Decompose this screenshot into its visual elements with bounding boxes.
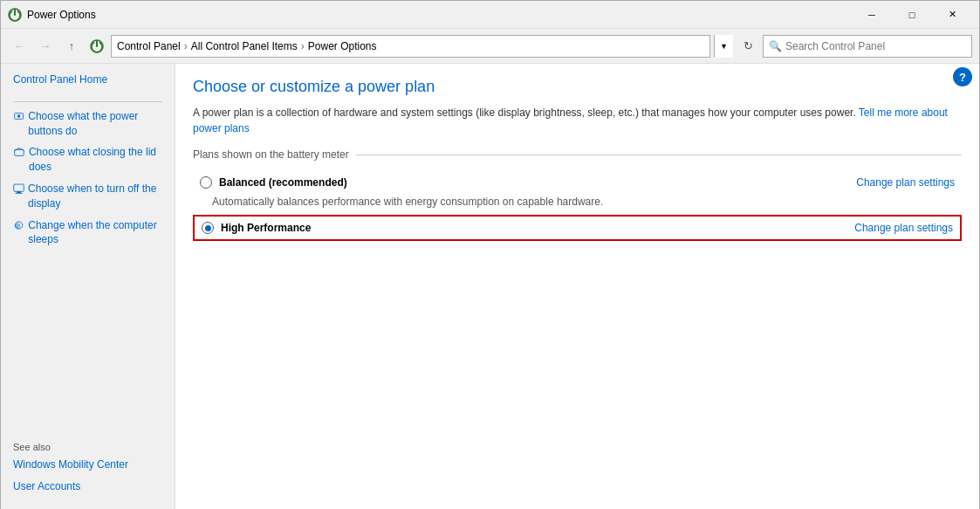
close-button[interactable]: ✕: [932, 1, 972, 29]
plan-row-balanced[interactable]: Balanced (recommended) Change plan setti…: [193, 171, 962, 194]
help-button[interactable]: ?: [953, 67, 972, 86]
window: Power Options ─ □ ✕ ← → ↑ Control Panel …: [0, 0, 980, 509]
plan-high-performance-name: High Performance: [221, 222, 311, 234]
sidebar-divider-top: [13, 101, 162, 102]
title-bar: Power Options ─ □ ✕: [1, 1, 979, 29]
sidebar-user-accounts[interactable]: User Accounts: [13, 479, 162, 494]
title-bar-controls: ─ □ ✕: [852, 1, 972, 29]
content-area: Choose or customize a power plan A power…: [175, 64, 979, 509]
section-header-line: [356, 155, 962, 155]
plan-item-balanced: Balanced (recommended) Change plan setti…: [193, 171, 962, 208]
plan-row-high-performance-left: High Performance: [202, 222, 311, 234]
svg-rect-7: [15, 193, 22, 194]
breadcrumb-power-options[interactable]: Power Options: [308, 40, 377, 52]
forward-button[interactable]: →: [34, 35, 57, 58]
page-title: Choose or customize a power plan: [193, 78, 962, 96]
plan-row-balanced-left: Balanced (recommended): [200, 176, 347, 189]
plan-balanced-name: Balanced (recommended): [219, 176, 347, 189]
sidebar-mobility-center[interactable]: Windows Mobility Center: [13, 457, 162, 472]
svg-point-3: [17, 114, 20, 117]
radio-high-performance[interactable]: [202, 222, 214, 234]
main-layout: Control Panel Home Choose what the power…: [1, 64, 979, 509]
title-bar-left: Power Options: [8, 8, 96, 22]
window-title: Power Options: [27, 9, 96, 21]
svg-rect-5: [14, 184, 24, 191]
sidebar: Control Panel Home Choose what the power…: [1, 64, 175, 509]
search-input[interactable]: [785, 40, 966, 52]
path-separator-2: ›: [301, 40, 305, 52]
radio-high-performance-fill: [205, 225, 211, 231]
section-header: Plans shown on the battery meter: [193, 148, 962, 161]
address-path[interactable]: Control Panel › All Control Panel Items …: [111, 35, 710, 58]
search-icon: 🔍: [769, 40, 782, 52]
breadcrumb-icon: [90, 39, 104, 53]
sidebar-item-turn-off-display[interactable]: Choose when to turn off the display: [13, 182, 162, 211]
address-bar: ← → ↑ Control Panel › All Control Panel …: [1, 29, 979, 64]
path-separator-1: ›: [184, 40, 188, 52]
sidebar-item-lid-close[interactable]: Choose what closing the lid does: [13, 145, 162, 175]
plan-item-high-performance: High Performance Change plan settings: [193, 215, 962, 241]
description-text: A power plan is a collection of hardware…: [193, 107, 856, 119]
sidebar-item-power-buttons[interactable]: Choose what the power buttons do: [13, 109, 162, 139]
power-options-icon: [8, 8, 22, 22]
maximize-button[interactable]: □: [892, 1, 932, 29]
sidebar-item-computer-sleeps[interactable]: Change when the computer sleeps: [13, 218, 162, 248]
search-box[interactable]: 🔍: [763, 35, 972, 58]
sidebar-control-panel-home[interactable]: Control Panel Home: [13, 72, 162, 87]
plan-row-high-performance[interactable]: High Performance Change plan settings: [193, 215, 962, 241]
monitor-icon: [13, 182, 24, 196]
section-header-text: Plans shown on the battery meter: [193, 148, 349, 161]
refresh-button[interactable]: ↻: [737, 35, 759, 58]
change-plan-high-performance-link[interactable]: Change plan settings: [854, 222, 953, 234]
content-description: A power plan is a collection of hardware…: [193, 105, 962, 136]
change-plan-balanced-link[interactable]: Change plan settings: [856, 176, 955, 189]
see-also-label: See also: [13, 442, 162, 452]
up-button[interactable]: ↑: [60, 35, 83, 58]
minimize-button[interactable]: ─: [852, 1, 892, 29]
back-button[interactable]: ←: [8, 35, 31, 58]
breadcrumb-control-panel[interactable]: Control Panel: [117, 40, 181, 52]
plan-balanced-desc: Automatically balances performance with …: [212, 196, 962, 208]
svg-rect-6: [17, 191, 21, 193]
power-buttons-icon: [13, 109, 24, 123]
lid-close-icon: [13, 145, 25, 159]
address-dropdown-button[interactable]: ▼: [714, 35, 733, 58]
svg-rect-4: [15, 150, 24, 156]
breadcrumb-all-items[interactable]: All Control Panel Items: [191, 40, 298, 52]
radio-balanced[interactable]: [200, 176, 212, 189]
sleep-icon: [13, 218, 24, 232]
